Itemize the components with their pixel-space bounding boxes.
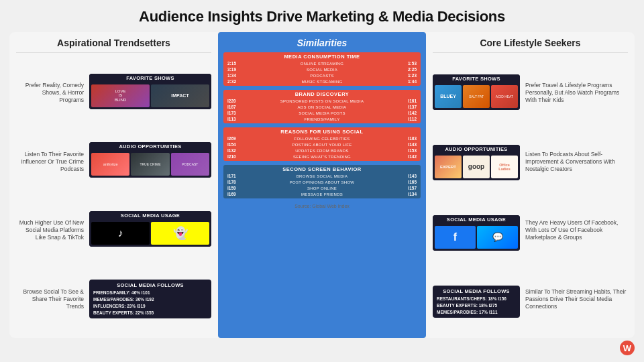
tiktok-img: ♪ bbox=[91, 222, 150, 245]
right-social-media-images: f 💬 bbox=[433, 224, 520, 251]
left-labels: Prefer Reality, Comedy Shows, & Horror P… bbox=[16, 58, 87, 334]
bluey-img: BLUEY bbox=[435, 85, 462, 108]
right-follows-header: SOCIAL MEDIA FOLLOWS bbox=[437, 288, 516, 296]
left-column: Aspirational Trendsetters Prefer Reality… bbox=[9, 32, 218, 338]
mid-label-1: ONLINE STREAMING bbox=[246, 62, 398, 66]
crime-img: TRUE CRIME bbox=[131, 153, 169, 176]
mid-label-2: SOCIAL MEDIA bbox=[246, 68, 398, 72]
second-screen-header: SECOND SCREEN BEHAVIOR bbox=[226, 166, 418, 172]
media-consumption-section: MEDIA CONSUMPTION TIME 2:15 ONLINE STREA… bbox=[223, 52, 421, 86]
middle-column: Similarities MEDIA CONSUMPTION TIME 2:15… bbox=[218, 32, 426, 338]
right-follow-item-3: MEMES/PARODIES: 17% I111 bbox=[437, 309, 516, 315]
bd-row-1: I220 SPONSORED POSTS ON SOCIAL MEDIA I16… bbox=[226, 98, 418, 104]
rs-row-4: I210 SEEING WHAT'S TRENDING I142 bbox=[226, 154, 418, 160]
left-follow-item-4: BEAUTY EXPERTS: 22% I355 bbox=[93, 310, 207, 316]
ss-row-1: I171 BROWSE SOCIAL MEDIA I143 bbox=[226, 173, 418, 179]
w-logo: W bbox=[620, 341, 635, 355]
anthytize-img: anthytize bbox=[91, 153, 129, 176]
mid-val-l-4: 2:32 bbox=[227, 79, 246, 84]
left-follows-card: SOCIAL MEDIA FOLLOWS FRIENDS/FAMILY: 46%… bbox=[89, 280, 211, 318]
right-audio-card: AUDIO OPPORTUNITIES EXPERT goop OfficeLa… bbox=[433, 145, 520, 180]
rs-row-1: I269 FOLLOWING CELEBRITIES I183 bbox=[226, 135, 418, 141]
right-favorite-shows-card: FAVORITE SHOWS BLUEY SALT FAT ACID HEAT bbox=[433, 74, 520, 110]
ss-row-3: I159 SHOP ONLINE I157 bbox=[226, 185, 418, 191]
left-follows-header: SOCIAL MEDIA FOLLOWS bbox=[93, 282, 207, 290]
right-content: FAVORITE SHOWS BLUEY SALT FAT ACID HEAT bbox=[433, 58, 628, 334]
mid-val-r-3: 1:23 bbox=[398, 73, 417, 78]
right-social-media-card: SOCIAL MEDIA USAGE f 💬 bbox=[433, 215, 520, 251]
left-follow-item-2: MEMES/PARODIES: 30% I192 bbox=[93, 296, 207, 302]
messenger-img: 💬 bbox=[477, 226, 518, 249]
right-column: Core Lifestyle Seekers FAVORITE SHOWS BL… bbox=[426, 32, 635, 338]
page: Audience Insights Drive Marketing & Medi… bbox=[0, 0, 644, 362]
goop-img: goop bbox=[463, 156, 490, 178]
media-consumption-header: MEDIA CONSUMPTION TIME bbox=[226, 54, 418, 60]
left-social-media-card: SOCIAL MEDIA USAGE ♪ 👻 bbox=[89, 211, 211, 247]
source-text: Source: Global Web Index bbox=[223, 204, 421, 208]
mid-label-4: MUSIC STREAMING bbox=[246, 80, 398, 84]
mid-row-1: 2:15 ONLINE STREAMING 1:53 bbox=[226, 60, 418, 66]
reasons-social-table: I269 FOLLOWING CELEBRITIES I183 I154 POS… bbox=[226, 135, 418, 160]
right-favorite-shows-header: FAVORITE SHOWS bbox=[433, 74, 520, 83]
bd-row-2: I187 ADS ON SOCIAL MEDIA I137 bbox=[226, 104, 418, 110]
mid-row-4: 2:32 MUSIC STREAMING 1:44 bbox=[226, 78, 418, 84]
right-follow-item-2: BEAUTY EXPERTS: 18% I275 bbox=[437, 302, 516, 308]
left-label-3: Much Higher Use Of New Social Media Plat… bbox=[16, 219, 84, 241]
mid-label-3: PODCASTS bbox=[246, 74, 398, 78]
reasons-social-section: REASONS FOR USING SOCIAL I269 FOLLOWING … bbox=[223, 127, 421, 161]
impact-img: IMPACT bbox=[151, 84, 209, 107]
left-follows-list: FRIENDS/FAMILY: 46% I101 MEMES/PARODIES:… bbox=[93, 290, 207, 316]
mid-val-l-1: 2:15 bbox=[227, 61, 246, 66]
mid-row-2: 3:19 SOCIAL MEDIA 2:25 bbox=[226, 66, 418, 72]
brand-discovery-table: I220 SPONSORED POSTS ON SOCIAL MEDIA I16… bbox=[226, 98, 418, 122]
left-social-media-header: SOCIAL MEDIA USAGE bbox=[89, 211, 211, 220]
rs-row-3: I132 UPDATES FROM BRANDS I153 bbox=[226, 147, 418, 154]
right-label-1: Prefer Travel & Lifestyle Programs Perso… bbox=[525, 82, 628, 104]
reasons-social-header: REASONS FOR USING SOCIAL bbox=[226, 129, 418, 135]
mid-val-r-4: 1:44 bbox=[398, 79, 417, 84]
bd-row-4: I113 FRIENDS/FAMILY I112 bbox=[226, 116, 418, 122]
left-label-4: Browse Social To See & Share Their Favor… bbox=[16, 288, 84, 310]
mid-row-3: 1:34 PODCASTS 1:23 bbox=[226, 72, 418, 78]
page-title: Audience Insights Drive Marketing & Medi… bbox=[9, 8, 635, 25]
left-col-header: Aspirational Trendsetters bbox=[16, 38, 211, 53]
second-screen-table: I171 BROWSE SOCIAL MEDIA I143 I178 POST … bbox=[226, 173, 418, 197]
left-content: Prefer Reality, Comedy Shows, & Horror P… bbox=[16, 58, 211, 334]
left-favorite-shows-header: FAVORITE SHOWS bbox=[89, 74, 211, 82]
right-col-header: Core Lifestyle Seekers bbox=[433, 38, 628, 53]
left-label-2: Listen To Their Favorite Influencer Or T… bbox=[16, 151, 84, 173]
saltfat-img: SALT FAT bbox=[463, 85, 490, 108]
snapchat-img: 👻 bbox=[151, 222, 209, 245]
podcast-img: PODCAST bbox=[171, 153, 209, 176]
second-screen-section: SECOND SCREEN BEHAVIOR I171 BROWSE SOCIA… bbox=[223, 165, 421, 198]
bd-row-3: I173 SOCIAL MEDIA POSTS I142 bbox=[226, 110, 418, 116]
acidheat-img: ACID HEAT bbox=[491, 85, 518, 108]
left-audio-images: anthytize TRUE CRIME PODCAST bbox=[89, 151, 211, 178]
ss-row-4: I169 MESSAGE FRIENDS I134 bbox=[226, 191, 418, 197]
left-favorite-shows-images: LOVEISBLIND IMPACT bbox=[89, 82, 211, 109]
right-follow-item-1: RESTAURANTS/CHEFS: 18% I156 bbox=[437, 296, 516, 302]
left-follow-item-3: INFLUENCERS: 23% I319 bbox=[93, 303, 207, 309]
right-follows-list: RESTAURANTS/CHEFS: 18% I156 BEAUTY EXPER… bbox=[437, 296, 516, 315]
right-audio-header: AUDIO OPPORTUNITIES bbox=[433, 145, 520, 154]
mid-val-r-1: 1:53 bbox=[398, 61, 417, 66]
right-label-2: Listen To Podcasts About Self-Improvemen… bbox=[525, 151, 628, 173]
left-social-media-images: ♪ 👻 bbox=[89, 220, 211, 247]
rs-row-2: I154 POSTING ABOUT YOUR LIFE I143 bbox=[226, 141, 418, 147]
ss-row-2: I178 POST OPINIONS ABOUT SHOW I165 bbox=[226, 179, 418, 185]
mid-val-l-2: 3:19 bbox=[227, 67, 246, 72]
left-audio-header: AUDIO OPPORTUNITIES bbox=[89, 142, 211, 151]
left-label-1: Prefer Reality, Comedy Shows, & Horror P… bbox=[16, 82, 84, 104]
media-consumption-table: 2:15 ONLINE STREAMING 1:53 3:19 SOCIAL M… bbox=[226, 60, 418, 84]
brand-discovery-header: BRAND DISCOVERY bbox=[226, 91, 418, 97]
left-follow-item-1: FRIENDS/FAMILY: 46% I101 bbox=[93, 290, 207, 296]
columns-wrapper: Aspirational Trendsetters Prefer Reality… bbox=[9, 32, 635, 338]
middle-title: Similarities bbox=[223, 38, 421, 48]
right-favorite-shows-images: BLUEY SALT FAT ACID HEAT bbox=[433, 83, 520, 110]
right-label-4: Similar To Their Streaming Habits, Their… bbox=[525, 288, 628, 310]
right-label-3: They Are Heavy Users Of Facebook, With L… bbox=[525, 219, 628, 241]
love-blind-img: LOVEISBLIND bbox=[91, 84, 150, 107]
left-audio-card: AUDIO OPPORTUNITIES anthytize TRUE CRIME… bbox=[89, 142, 211, 178]
mid-val-l-3: 1:34 bbox=[227, 73, 246, 78]
right-audio-images: EXPERT goop OfficeLadies bbox=[433, 154, 520, 180]
